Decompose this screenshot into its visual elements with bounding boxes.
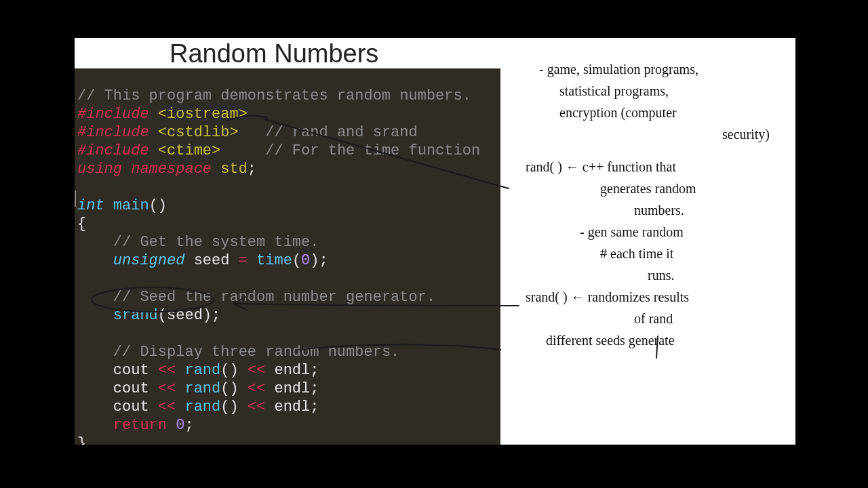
code-token [77, 307, 113, 324]
code-token [77, 380, 113, 397]
code-token: ( [292, 252, 301, 269]
code-token: ; [310, 380, 319, 397]
slide: Random Numbers // This program demonstra… [75, 38, 795, 445]
code-token: cout [113, 362, 158, 379]
code-token: <cstdlib> [149, 124, 239, 141]
code-token: // Get the system time. [113, 234, 319, 251]
code-token: std [212, 161, 248, 178]
code-block: // This program demonstrates random numb… [75, 68, 500, 445]
code-token: #include [77, 142, 149, 159]
code-token: << [158, 380, 176, 397]
code-token [77, 399, 113, 415]
code-token [77, 234, 113, 251]
code-token: int [77, 197, 104, 214]
code-token: <iostream> [149, 106, 248, 123]
code-token: rand [184, 399, 220, 415]
code-token: << [248, 362, 265, 379]
code-token: ) [310, 252, 319, 269]
code-token [77, 417, 113, 434]
code-token: srand [113, 307, 158, 324]
code-token: #include [77, 106, 149, 123]
code-token: endl [274, 399, 310, 415]
code-line: // This program demonstrates random numb… [77, 87, 471, 104]
code-token: main [104, 197, 149, 214]
code-token: ; [184, 417, 193, 434]
code-token: // For the time function [220, 142, 480, 159]
note-line: srand( ) ← randomizes results [526, 287, 790, 306]
code-token: ; [310, 362, 319, 379]
code-token [77, 252, 113, 269]
note-line: runs. [648, 266, 790, 285]
code-token: time [256, 252, 292, 269]
code-token: <ctime> [149, 142, 221, 159]
code-token: // Display three random numbers. [113, 344, 399, 361]
code-token: () [149, 197, 167, 214]
code-token: cout [113, 399, 158, 415]
code-token: () [220, 399, 248, 415]
text-cursor [75, 190, 76, 207]
code-token: 0 [301, 252, 310, 269]
note-line: - gen same random [580, 222, 790, 241]
code-token: << [158, 362, 176, 379]
note-line: encryption (computer [559, 103, 790, 122]
note-line: of rand [634, 309, 790, 328]
code-token: (seed); [158, 307, 220, 324]
code-token [77, 289, 113, 306]
note-line: statistical programs, [559, 81, 790, 100]
code-token: // Seed the random number generator. [113, 289, 435, 306]
code-line: } [77, 435, 86, 445]
code-token: endl [274, 380, 310, 397]
note-line: security) [600, 125, 790, 144]
handwritten-notes: - game, simulation programs, statistical… [539, 60, 790, 352]
note-line: - game, simulation programs, [539, 60, 790, 79]
code-token: // rand and srand [239, 124, 418, 141]
note-line: different seeds generate [546, 331, 790, 350]
code-token: ; [248, 161, 256, 178]
code-token: namespace [122, 161, 212, 178]
code-token: rand [184, 380, 220, 397]
code-token: () [220, 380, 248, 397]
code-token: unsigned [113, 252, 185, 269]
note-line: # each time it [600, 244, 790, 263]
note-line: generates random [600, 179, 790, 198]
code-token: #include [77, 124, 149, 141]
note-line: numbers. [634, 201, 790, 220]
code-token: << [248, 399, 265, 415]
code-token: using [77, 161, 122, 178]
code-token: () [220, 362, 248, 379]
code-token [77, 362, 113, 379]
note-line: rand( ) ← c++ function that [526, 157, 790, 176]
code-line: { [77, 216, 86, 232]
code-token: cout [113, 380, 158, 397]
code-token: << [248, 380, 265, 397]
code-token: ; [319, 252, 328, 269]
code-token: return [113, 417, 167, 434]
slide-title: Random Numbers [170, 39, 378, 68]
code-token: seed [194, 252, 239, 269]
code-token: ; [310, 399, 319, 415]
code-token: = [239, 252, 248, 269]
code-token: rand [184, 362, 220, 379]
code-token: endl [274, 362, 310, 379]
code-token: << [158, 399, 176, 415]
code-token [77, 344, 113, 361]
code-token: 0 [176, 417, 184, 434]
